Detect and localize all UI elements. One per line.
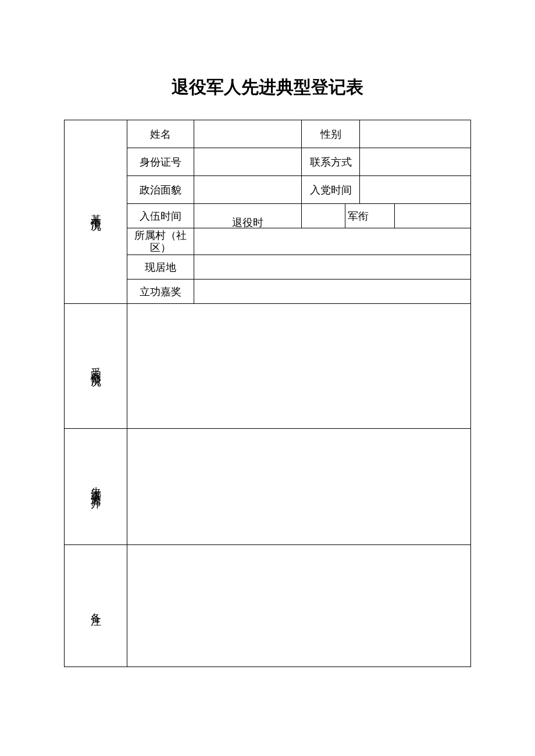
label-enlist-date: 入伍时间 (127, 204, 194, 228)
value-discharge-date (302, 204, 345, 228)
section-commendation: 受表彰情况 (65, 304, 127, 429)
label-discharge-date: 退役时 间 (194, 204, 302, 228)
label-gender: 性别 (302, 120, 360, 148)
label-name: 姓名 (127, 120, 194, 148)
label-rank: 军衔 (345, 204, 395, 228)
form-table: 基本情况 姓名 性别 身份证号 联系方式 政治面貌 入党时间 入伍时间 (64, 120, 471, 667)
value-commendation (127, 304, 471, 429)
label-party-join-date: 入党时间 (302, 176, 360, 204)
label-political-status: 政治面貌 (127, 176, 194, 204)
label-residence: 现居地 (127, 255, 194, 280)
value-party-join-date (360, 176, 471, 204)
value-merit (194, 280, 471, 304)
value-political-status (194, 176, 302, 204)
section-remarks: 备注 (65, 545, 127, 667)
label-merit: 立功嘉奖 (127, 280, 194, 304)
value-deeds (127, 429, 471, 545)
section-basic-info: 基本情况 (65, 120, 127, 304)
value-village (194, 228, 471, 255)
label-village: 所属村（社区） (127, 228, 194, 255)
page-title: 退役军人先进典型登记表 (64, 76, 471, 99)
value-id-number (194, 148, 302, 176)
section-deeds: 先进事迹简介 (65, 429, 127, 545)
value-gender (360, 120, 471, 148)
value-remarks (127, 545, 471, 667)
label-id-number: 身份证号 (127, 148, 194, 176)
value-name (194, 120, 302, 148)
value-residence (194, 255, 471, 280)
value-rank (395, 204, 471, 228)
value-contact (360, 148, 471, 176)
label-contact: 联系方式 (302, 148, 360, 176)
